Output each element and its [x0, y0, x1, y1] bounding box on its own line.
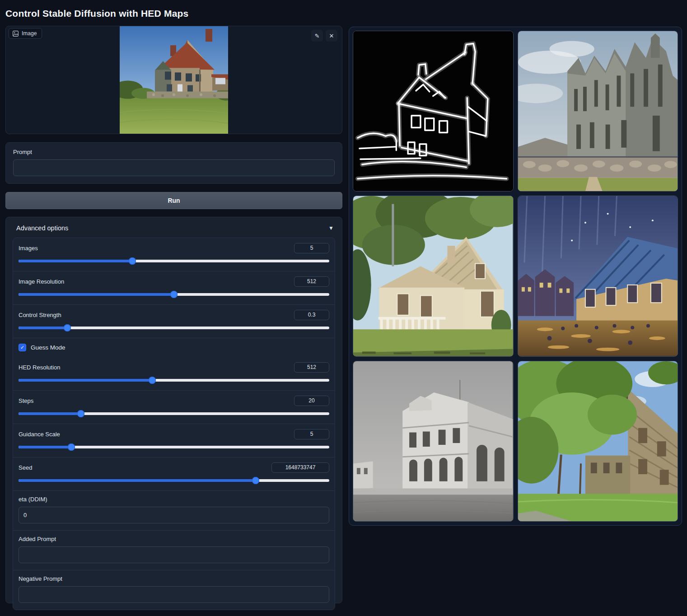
eta-label: eta (DDIM) — [19, 496, 329, 503]
seed-slider-row: Seed 1648733747 — [13, 457, 335, 490]
app-page: Control Stable Diffusion with HED Maps I… — [0, 0, 687, 603]
gallery-image-cathedral[interactable] — [518, 31, 678, 191]
image-resolution-label: Image Resolution — [19, 278, 64, 285]
added-prompt-label: Added Prompt — [19, 536, 329, 542]
guess-mode-row[interactable]: ✓ Guess Mode — [13, 338, 335, 357]
guidance-scale-value-box[interactable]: 5 — [294, 429, 329, 439]
image-resolution-slider-row: Image Resolution 512 — [13, 271, 335, 304]
image-resolution-slider[interactable] — [19, 291, 329, 298]
steps-slider-row: Steps 20 — [13, 390, 335, 424]
steps-slider[interactable] — [19, 410, 329, 417]
control-strength-value-box[interactable]: 0.3 — [294, 310, 329, 320]
negative-prompt-input[interactable] — [19, 586, 329, 603]
images-slider-row: Images 5 — [13, 238, 335, 271]
guess-mode-checkbox[interactable]: ✓ — [19, 344, 26, 351]
seed-value-box[interactable]: 1648733747 — [271, 462, 329, 473]
gallery-image-grayscale-building[interactable] — [353, 361, 514, 522]
steps-slider-thumb[interactable] — [77, 410, 84, 417]
image-input-label: Image — [22, 30, 37, 37]
collapse-arrow-icon[interactable]: ▼ — [328, 225, 334, 231]
page-title: Control Stable Diffusion with HED Maps — [5, 8, 682, 19]
steps-label: Steps — [19, 397, 33, 404]
guidance-scale-label: Guidance Scale — [19, 431, 60, 438]
advanced-options-panel: Advanced options ▼ Images 5 — [5, 217, 342, 603]
image-toolbar: ✎ ✕ — [311, 30, 337, 42]
added-prompt-input[interactable] — [19, 546, 329, 563]
run-button[interactable]: Run — [5, 192, 342, 209]
guess-mode-label: Guess Mode — [31, 344, 65, 351]
hed-resolution-slider-thumb[interactable] — [149, 377, 156, 384]
options-group: Images 5 Image Resolution 512 — [13, 238, 335, 610]
added-prompt-row: Added Prompt — [13, 530, 335, 570]
control-strength-slider[interactable] — [19, 324, 329, 331]
prompt-label: Prompt — [13, 149, 335, 155]
images-label: Images — [19, 245, 38, 252]
prompt-panel: Prompt — [5, 142, 342, 184]
hed-resolution-slider[interactable] — [19, 377, 329, 384]
output-gallery — [349, 27, 682, 526]
control-strength-slider-row: Control Strength 0.3 — [13, 304, 335, 338]
hed-resolution-label: HED Resolution — [19, 364, 61, 371]
uploaded-house-photo — [120, 26, 228, 134]
image-resolution-slider-thumb[interactable] — [170, 291, 178, 298]
gallery-image-cream-house-painting[interactable] — [353, 196, 514, 356]
close-icon[interactable]: ✕ — [326, 30, 337, 42]
hed-resolution-slider-row: HED Resolution 512 — [13, 357, 335, 390]
control-strength-slider-thumb[interactable] — [64, 324, 71, 331]
advanced-options-header[interactable]: Advanced options ▼ — [16, 224, 334, 232]
gallery-image-impressionist-house[interactable] — [518, 196, 678, 356]
gallery-image-hed-edge-map[interactable] — [353, 31, 514, 191]
image-icon — [13, 31, 19, 37]
eta-input[interactable] — [19, 507, 329, 523]
hed-resolution-value-box[interactable]: 512 — [294, 362, 329, 373]
negative-prompt-label: Negative Prompt — [19, 575, 329, 582]
guidance-scale-slider[interactable] — [19, 443, 329, 451]
control-strength-label: Control Strength — [19, 312, 61, 318]
image-input-tab: Image — [9, 28, 42, 39]
advanced-options-title: Advanced options — [16, 224, 68, 232]
gallery-image-stone-house[interactable] — [518, 361, 678, 522]
controls-column: Image ✎ ✕ — [5, 26, 342, 603]
image-resolution-value-box[interactable]: 512 — [294, 276, 329, 287]
image-input-dropzone[interactable]: Image ✎ ✕ — [5, 26, 342, 134]
images-slider[interactable] — [19, 257, 329, 265]
guidance-scale-slider-thumb[interactable] — [68, 443, 75, 451]
guidance-scale-slider-row: Guidance Scale 5 — [13, 424, 335, 457]
steps-value-box[interactable]: 20 — [294, 396, 329, 406]
negative-prompt-row: Negative Prompt — [13, 570, 335, 610]
seed-slider-thumb[interactable] — [252, 477, 259, 484]
prompt-input[interactable] — [13, 159, 335, 176]
seed-slider[interactable] — [19, 477, 329, 484]
eta-row: eta (DDIM) — [13, 490, 335, 530]
edit-icon[interactable]: ✎ — [311, 30, 323, 42]
seed-label: Seed — [19, 464, 32, 471]
main-columns: Image ✎ ✕ — [5, 26, 682, 603]
images-value-box[interactable]: 5 — [294, 243, 329, 253]
images-slider-thumb[interactable] — [129, 257, 136, 265]
